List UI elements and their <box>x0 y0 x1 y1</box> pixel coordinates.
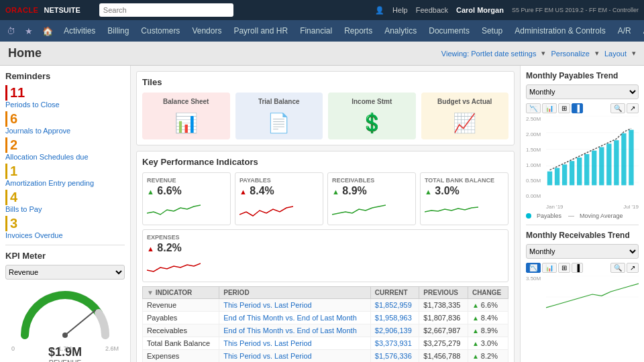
divider <box>526 225 639 225</box>
tile-balance-sheet[interactable]: Balance Sheet 📊 <box>142 93 230 139</box>
clock-icon[interactable]: ⏱ <box>3 23 19 39</box>
cell-change: ▲ 8.4% <box>468 312 508 324</box>
chart-table-btn-recv[interactable]: ⊞ <box>558 263 570 273</box>
reminder-link-journals[interactable]: Journals to Approve <box>5 127 125 135</box>
nav-ar[interactable]: A/R <box>612 20 637 42</box>
reminder-link-invoices[interactable]: Invoices Overdue <box>5 231 125 239</box>
cell-period: This Period vs. Last Period <box>219 350 371 363</box>
nav-vendors[interactable]: Vendors <box>186 20 227 42</box>
chart-export-btn[interactable]: ↗ <box>627 103 639 113</box>
chart-area-btn[interactable]: 📊 <box>542 103 557 113</box>
chart-bar-btn-recv[interactable]: ▐ <box>572 263 583 273</box>
page-header: Home Viewing: Portlet date settings ▾ Pe… <box>0 42 644 66</box>
payables-chart: 2.50M 2.00M 1.50M 1.00M 0.50M 0.00M <box>526 116 639 210</box>
cell-period: End of This Month vs. End of Last Month <box>219 312 371 324</box>
payables-chart-svg <box>546 116 639 199</box>
col-period: PERIOD <box>219 287 371 299</box>
search-box[interactable] <box>99 3 233 17</box>
expand-icon[interactable]: ▼ <box>147 289 154 296</box>
cell-period: End of This Month vs. End of Last Month <box>219 324 371 337</box>
reminder-num-11: 11 <box>5 85 125 101</box>
cell-change: ▲ 8.2% <box>468 350 508 363</box>
page-title: Home <box>8 46 42 60</box>
reminder-item: 1 Amortization Entry pending <box>5 164 125 187</box>
kpi-card-title: TOTAL BANK BALANCE <box>425 177 504 184</box>
personalize-link[interactable]: Personalize <box>551 50 589 58</box>
tile-income-stmt[interactable]: Income Stmt 💲 <box>328 93 416 139</box>
tile-label: Trial Balance <box>258 98 300 105</box>
expenses-sparkline <box>147 257 201 276</box>
chart-area-btn-recv[interactable]: 📊 <box>542 263 557 273</box>
nav-financial[interactable]: Financial <box>294 20 337 42</box>
chart-toolbar-recv: 📉 📊 ⊞ ▐ 🔍 ↗ <box>526 263 639 273</box>
period-link[interactable]: This Period vs. Last Period <box>223 301 311 309</box>
viewing-portlet-link[interactable]: Viewing: Portlet date settings <box>441 50 537 58</box>
cell-previous: $3,275,279 <box>419 337 468 350</box>
reminder-link-allocation[interactable]: Allocation Schedules due <box>5 153 125 161</box>
svg-rect-11 <box>577 158 582 185</box>
main-content: Reminders 11 Periods to Close 6 Journals… <box>0 66 644 362</box>
help-label[interactable]: Help <box>392 6 408 14</box>
cell-indicator: Receivables <box>143 324 219 337</box>
reminder-link-periods[interactable]: Periods to Close <box>5 101 125 109</box>
gauge-max: 2.6M <box>105 345 119 352</box>
chart-export-btn-recv[interactable]: ↗ <box>627 263 639 273</box>
payables-sparkline <box>239 200 293 219</box>
payables-trend-select[interactable]: Monthly Weekly Daily <box>526 84 639 99</box>
reminder-link-amortization[interactable]: Amortization Entry pending <box>5 179 125 187</box>
nav-bar: ⏱ ★ 🏠 Activities Billing Customers Vendo… <box>0 20 644 42</box>
chart-zoom-btn[interactable]: 🔍 <box>610 103 625 113</box>
nav-payroll[interactable]: Payroll and HR <box>228 20 293 42</box>
nav-documents[interactable]: Documents <box>423 20 475 42</box>
layout-link[interactable]: Layout <box>604 50 627 58</box>
period-link[interactable]: End of This Month vs. End of Last Month <box>223 326 357 335</box>
chart-line-btn-recv[interactable]: 📉 <box>526 263 541 273</box>
search-input[interactable] <box>99 3 233 17</box>
payables-trend-title: Monthly Payables Trend <box>526 71 639 80</box>
chart-zoom-btn-recv[interactable]: 🔍 <box>610 263 625 273</box>
tiles-section: Tiles Balance Sheet 📊 Trial Balance 📄 In… <box>136 71 515 145</box>
period-link[interactable]: End of This Month vs. End of Last Month <box>223 314 357 322</box>
chart-line-btn[interactable]: 📉 <box>526 103 541 113</box>
receivables-trend-select[interactable]: Monthly Weekly Daily <box>526 244 639 259</box>
kpi-meter-select[interactable]: Revenue Payables Receivables Total Bank … <box>5 265 125 280</box>
user-icon: 👤 <box>375 6 384 15</box>
tile-trial-balance[interactable]: Trial Balance 📄 <box>235 93 323 139</box>
svg-rect-14 <box>599 147 604 186</box>
feedback-label[interactable]: Feedback <box>416 6 448 14</box>
chart-table-btn[interactable]: ⊞ <box>558 103 570 113</box>
svg-rect-16 <box>614 140 619 185</box>
tile-budget-vs-actual[interactable]: Budget vs Actual 📈 <box>421 93 509 139</box>
cell-indicator: Payables <box>143 312 219 324</box>
nav-customers[interactable]: Customers <box>136 20 185 42</box>
left-panel: Reminders 11 Periods to Close 6 Journals… <box>0 66 131 362</box>
period-link[interactable]: This Period vs. Last Period <box>223 339 311 347</box>
nav-analytics[interactable]: Analytics <box>379 20 422 42</box>
kpi-card-title: REVENUE <box>147 177 226 184</box>
kpi-section-main: Key Performance Indicators REVENUE ▲ 6.6… <box>136 151 515 362</box>
tile-label: Income Stmt <box>352 98 392 105</box>
nav-setup[interactable]: Setup <box>476 20 508 42</box>
right-panel: Monthly Payables Trend Monthly Weekly Da… <box>520 66 644 362</box>
svg-rect-12 <box>584 154 589 186</box>
nav-activities[interactable]: Activities <box>58 20 101 42</box>
svg-rect-15 <box>606 143 611 185</box>
table-row: Expenses This Period vs. Last Period $1,… <box>143 350 508 363</box>
kpi-card-value: ▲ 8.9% <box>332 185 411 197</box>
cell-previous: $1,456,788 <box>419 350 468 363</box>
star-icon[interactable]: ★ <box>21 23 37 39</box>
nav-admin[interactable]: Administration & Controls <box>509 20 610 42</box>
kpi-title: Key Performance Indicators <box>142 157 508 167</box>
nav-billing[interactable]: Billing <box>102 20 134 42</box>
nav-ap[interactable]: A/P <box>638 20 644 42</box>
cell-indicator: Revenue <box>143 299 219 312</box>
chart-bar-btn[interactable]: ▐ <box>572 103 583 113</box>
reminder-link-bills[interactable]: Bills to Pay <box>5 205 125 213</box>
home-icon[interactable]: 🏠 <box>38 23 57 39</box>
period-link[interactable]: This Period vs. Last Period <box>223 352 311 360</box>
oracle-logo: ORACLE <box>5 6 38 14</box>
nav-reports[interactable]: Reports <box>339 20 378 42</box>
gauge-min: 0 <box>11 345 15 352</box>
legend-label-payables: Payables <box>537 213 561 219</box>
gauge-mid: 1.7M <box>58 345 72 352</box>
